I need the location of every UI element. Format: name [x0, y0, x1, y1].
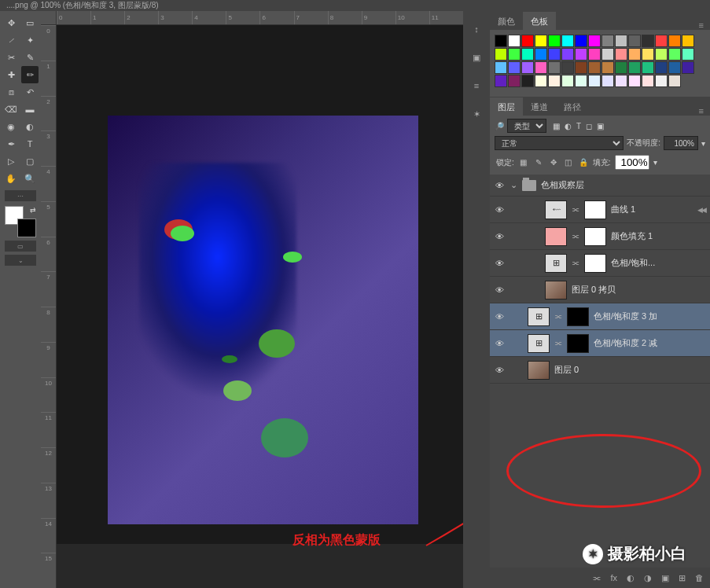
visibility-toggle[interactable]: 👁	[493, 339, 506, 348]
layer-row-curves[interactable]: 👁 ⬳ ⫘ 曲线 1	[490, 197, 710, 223]
swatch[interactable]	[642, 61, 654, 74]
layer-row-layer0[interactable]: 👁 图层 0	[490, 357, 710, 384]
lock-transparent-icon[interactable]: ▦	[518, 157, 529, 168]
tool-expand[interactable]: ⋯	[5, 190, 36, 201]
swatch[interactable]	[548, 48, 561, 61]
swatch[interactable]	[521, 61, 534, 74]
swatch[interactable]	[548, 75, 561, 87]
mask-thumb[interactable]	[584, 227, 606, 246]
layer-thumb[interactable]	[528, 361, 550, 380]
swatch[interactable]	[682, 48, 694, 61]
hand-tool[interactable]: ✋	[2, 170, 20, 187]
brushes-panel-icon[interactable]: ✶	[468, 105, 485, 123]
tab-layers[interactable]: 图层	[490, 97, 523, 116]
swatch[interactable]	[508, 48, 521, 61]
shape-tool[interactable]: ▢	[21, 153, 39, 170]
layer-row-copy[interactable]: 👁 图层 0 拷贝	[490, 277, 710, 303]
swatch[interactable]	[548, 35, 561, 47]
new-adjustment-icon[interactable]: ◑	[644, 573, 652, 583]
swatch[interactable]	[495, 75, 507, 87]
swatch[interactable]	[601, 35, 614, 47]
link-icon[interactable]: ⫘	[554, 312, 562, 321]
opacity-input[interactable]	[664, 136, 698, 150]
opacity-dropdown-icon[interactable]: ▾	[701, 139, 705, 148]
background-color[interactable]	[17, 219, 36, 237]
adjustment-thumb[interactable]: ⊞	[528, 307, 550, 326]
swatch[interactable]	[535, 48, 547, 61]
visibility-toggle[interactable]: 👁	[493, 366, 506, 375]
swap-colors-icon[interactable]: ⇄	[30, 206, 36, 214]
mask-thumb[interactable]	[584, 254, 606, 273]
swatch[interactable]	[628, 75, 641, 87]
filter-pixel-icon[interactable]: ▦	[553, 122, 560, 130]
visibility-toggle[interactable]: 👁	[493, 285, 506, 295]
swatch[interactable]	[682, 61, 694, 74]
layer-name[interactable]: 图层 0	[554, 364, 707, 376]
color-panel-menu-icon[interactable]: ≡	[693, 20, 710, 30]
swatch[interactable]	[575, 61, 587, 74]
swatch[interactable]	[508, 35, 521, 47]
disclose-icon[interactable]: ⌄	[510, 180, 517, 190]
mask-thumb[interactable]	[567, 334, 589, 353]
swatch[interactable]	[601, 75, 614, 87]
blur-tool[interactable]: ◉	[2, 118, 20, 135]
visibility-toggle[interactable]: 👁	[493, 232, 506, 241]
quickmask-toggle[interactable]: ▭	[5, 241, 36, 252]
swatch[interactable]	[628, 48, 641, 61]
filter-type-icon[interactable]: T	[576, 122, 581, 130]
swatch[interactable]	[588, 48, 601, 61]
swatch[interactable]	[601, 61, 614, 74]
actions-panel-icon[interactable]: ▣	[468, 49, 485, 66]
layer-name[interactable]: 图层 0 拷贝	[572, 284, 707, 296]
ruler-corner[interactable]	[41, 11, 57, 25]
filter-adjust-icon[interactable]: ◐	[565, 122, 572, 130]
tab-swatches[interactable]: 色板	[523, 12, 556, 30]
brush-tool[interactable]: ✏	[21, 66, 39, 83]
swatch[interactable]	[642, 48, 654, 61]
adjustment-thumb[interactable]	[545, 227, 567, 246]
mask-thumb[interactable]	[567, 307, 589, 326]
move-tool[interactable]: ✥	[2, 14, 20, 31]
link-icon[interactable]: ⫘	[572, 205, 579, 214]
swatch[interactable]	[561, 35, 574, 47]
swatch[interactable]	[521, 48, 534, 61]
mask-thumb[interactable]	[584, 200, 606, 219]
healing-tool[interactable]: ✚	[2, 66, 20, 83]
adjustment-thumb[interactable]: ⬳	[545, 200, 567, 219]
visibility-toggle[interactable]: 👁	[493, 259, 506, 268]
swatch[interactable]	[548, 61, 561, 74]
swatch[interactable]	[682, 35, 694, 47]
swatch[interactable]	[588, 75, 601, 87]
add-mask-icon[interactable]: ◐	[627, 573, 635, 583]
magic-wand-tool[interactable]: ✦	[21, 31, 39, 49]
swatch[interactable]	[588, 35, 601, 47]
swatch[interactable]	[642, 35, 654, 47]
swatch[interactable]	[561, 48, 574, 61]
eraser-tool[interactable]: ⌫	[2, 101, 20, 118]
filter-search-icon[interactable]: 🔎	[495, 122, 504, 130]
link-icon[interactable]: ⫘	[554, 339, 562, 347]
tab-paths[interactable]: 路径	[556, 97, 589, 116]
lock-artboard-icon[interactable]: ◫	[563, 157, 574, 168]
swatch[interactable]	[655, 48, 668, 61]
swatch[interactable]	[588, 61, 601, 74]
swatch[interactable]	[642, 75, 654, 87]
swatch[interactable]	[495, 35, 507, 47]
layer-group-row[interactable]: 👁 ⌄ 色相观察层	[490, 175, 710, 197]
swatch[interactable]	[535, 61, 547, 74]
lock-all-icon[interactable]: 🔒	[578, 157, 589, 168]
layer-name[interactable]: 色相/饱和度 3 加	[594, 311, 707, 322]
swatch[interactable]	[535, 75, 547, 87]
layer-row-huesat3[interactable]: 👁 ⊞ ⫘ 色相/饱和度 3 加	[490, 303, 710, 330]
swatch[interactable]	[535, 35, 547, 47]
swatch[interactable]	[615, 75, 627, 87]
zoom-tool[interactable]: 🔍	[21, 170, 39, 187]
swatch[interactable]	[668, 35, 681, 47]
layer-name[interactable]: 色相/饱和度 2 减	[594, 337, 707, 349]
swatch[interactable]	[508, 61, 521, 74]
swatch[interactable]	[561, 75, 574, 87]
pen-tool[interactable]: ✒	[2, 135, 20, 153]
swatch[interactable]	[615, 35, 627, 47]
delete-layer-icon[interactable]: 🗑	[695, 573, 704, 582]
lasso-tool[interactable]: ⟋	[2, 31, 20, 49]
